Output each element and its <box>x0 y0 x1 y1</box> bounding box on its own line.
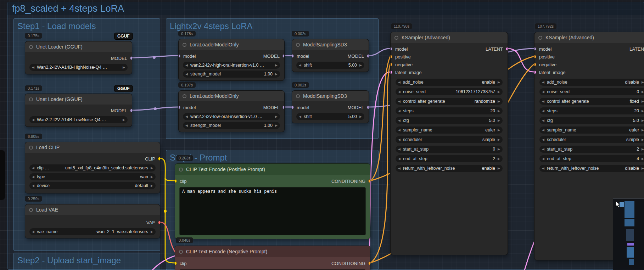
prev-arrow-icon[interactable]: ◀ <box>398 138 401 141</box>
model-output-slot[interactable] <box>282 106 285 109</box>
prev-arrow-icon[interactable]: ◀ <box>32 230 34 234</box>
latent-image-input-slot[interactable] <box>534 71 536 74</box>
next-arrow-icon[interactable]: ▶ <box>642 167 644 170</box>
prev-arrow-icon[interactable]: ◀ <box>398 109 401 113</box>
model-input-slot[interactable] <box>292 106 294 109</box>
prev-arrow-icon[interactable]: ◀ <box>542 80 544 84</box>
prev-arrow-icon[interactable]: ◀ <box>542 138 544 141</box>
next-arrow-icon[interactable]: ▶ <box>275 72 278 76</box>
node-header[interactable]: CLIP Text Encode (Positive Prompt) <box>175 164 370 175</box>
prev-arrow-icon[interactable]: ◀ <box>398 100 401 103</box>
shift-widget[interactable]: ◀ shift 5.00 ▶ <box>296 113 364 120</box>
strength-model-widget[interactable]: ◀ strength_model 1.00 ▶ <box>183 71 280 78</box>
collapse-dot-icon[interactable] <box>183 94 186 98</box>
node-header[interactable]: CLIP Text Encode (Negative Prompt) <box>175 246 370 257</box>
steps-widget[interactable]: ◀steps20▶ <box>539 107 644 114</box>
next-arrow-icon[interactable]: ▶ <box>642 128 644 132</box>
minimap[interactable] <box>613 198 644 270</box>
prev-arrow-icon[interactable]: ◀ <box>542 119 544 122</box>
next-arrow-icon[interactable]: ▶ <box>275 124 278 127</box>
model-input-slot[interactable] <box>178 106 180 109</box>
node-header[interactable]: KSampler (Advanced) <box>534 32 644 43</box>
prev-arrow-icon[interactable]: ◀ <box>299 63 301 67</box>
node-clip-text-encode-negative[interactable]: CLIP Text Encode (Negative Prompt) clip … <box>175 246 370 270</box>
prev-arrow-icon[interactable]: ◀ <box>542 147 544 151</box>
control-after-generate-widget[interactable]: ◀control after generatefixed▶ <box>539 98 644 105</box>
collapse-dot-icon[interactable] <box>29 208 33 212</box>
next-arrow-icon[interactable]: ▶ <box>642 147 644 151</box>
clip-input-slot[interactable] <box>175 261 177 265</box>
model-output-slot[interactable] <box>130 56 132 60</box>
prev-arrow-icon[interactable]: ◀ <box>32 184 34 187</box>
next-arrow-icon[interactable]: ▶ <box>498 157 500 161</box>
add-noise-widget[interactable]: ◀add_noisedisable▶ <box>539 79 644 86</box>
prev-arrow-icon[interactable]: ◀ <box>299 115 301 118</box>
prev-arrow-icon[interactable]: ◀ <box>185 63 188 67</box>
node-header[interactable]: Unet Loader (GGUF) <box>25 94 132 105</box>
prev-arrow-icon[interactable]: ◀ <box>398 128 401 132</box>
node-header[interactable]: Unet Loader (GGUF) <box>25 41 132 52</box>
noise-seed-widget[interactable]: ◀noise_seed0▶ <box>539 88 644 95</box>
prev-arrow-icon[interactable]: ◀ <box>185 115 188 118</box>
prev-arrow-icon[interactable]: ◀ <box>32 175 34 179</box>
node-model-sampling-high[interactable]: ModelSamplingSD3 model MODEL ◀ shift 5.0… <box>292 39 369 72</box>
node-load-clip[interactable]: Load CLIP CLIP ◀ clip … umt5_xxl_fp8_e4m… <box>25 142 160 193</box>
node-load-vae[interactable]: Load VAE VAE ◀ vae_name wan_2_1_vae.safe… <box>25 204 160 238</box>
next-arrow-icon[interactable]: ▶ <box>151 230 153 234</box>
model-output-slot[interactable] <box>367 106 369 109</box>
model-output-slot[interactable] <box>367 54 369 58</box>
next-arrow-icon[interactable]: ▶ <box>359 63 362 67</box>
start-at-step-widget[interactable]: ◀start_at_step2▶ <box>539 146 644 153</box>
model-input-slot[interactable] <box>178 54 180 58</box>
negative-input-slot[interactable] <box>534 63 536 66</box>
prev-arrow-icon[interactable]: ◀ <box>398 80 401 84</box>
next-arrow-icon[interactable]: ▶ <box>498 80 500 84</box>
collapse-dot-icon[interactable] <box>29 97 33 101</box>
next-arrow-icon[interactable]: ▶ <box>642 80 644 84</box>
node-header[interactable]: ModelSamplingSD3 <box>292 39 369 50</box>
model-input-slot[interactable] <box>534 47 536 51</box>
clip-name-widget[interactable]: ◀ clip … umt5_xxl_fp8_e4m3fn_scaled.safe… <box>29 164 156 171</box>
prev-arrow-icon[interactable]: ◀ <box>398 167 401 170</box>
prev-arrow-icon[interactable]: ◀ <box>398 90 401 94</box>
start-at-step-widget[interactable]: ◀start_at_step0▶ <box>396 146 503 153</box>
next-arrow-icon[interactable]: ▶ <box>275 63 278 67</box>
next-arrow-icon[interactable]: ▶ <box>359 115 362 118</box>
collapse-dot-icon[interactable] <box>29 45 33 49</box>
conditioning-output-slot[interactable] <box>368 179 370 183</box>
unet-name-widget[interactable]: ◀ Wan2.2-I2V-A14B-HighNoise-Q4 … ▶ <box>29 64 128 71</box>
end-at-step-widget[interactable]: ◀end_at_step2▶ <box>396 155 503 162</box>
prev-arrow-icon[interactable]: ◀ <box>32 166 34 170</box>
next-arrow-icon[interactable]: ▶ <box>275 115 278 118</box>
next-arrow-icon[interactable]: ▶ <box>151 184 153 187</box>
lora-name-widget[interactable]: ◀ wan2.2-i2v-low-oral-insertion-v1.0 … ▶ <box>183 113 280 120</box>
prev-arrow-icon[interactable]: ◀ <box>398 119 401 122</box>
scheduler-widget[interactable]: ◀schedulersimple▶ <box>396 136 503 143</box>
next-arrow-icon[interactable]: ▶ <box>151 166 153 170</box>
next-arrow-icon[interactable]: ▶ <box>642 109 644 113</box>
next-arrow-icon[interactable]: ▶ <box>498 167 500 170</box>
device-widget[interactable]: ◀ device default ▶ <box>29 182 156 189</box>
negative-input-slot[interactable] <box>390 63 392 66</box>
end-at-step-widget[interactable]: ◀end_at_step4▶ <box>539 155 644 162</box>
next-arrow-icon[interactable]: ▶ <box>642 138 644 141</box>
next-arrow-icon[interactable]: ▶ <box>151 175 153 179</box>
next-arrow-icon[interactable]: ▶ <box>498 147 500 151</box>
cfg-widget[interactable]: ◀cfg5.0▶ <box>396 117 503 124</box>
shift-widget[interactable]: ◀ shift 5.00 ▶ <box>296 62 364 69</box>
positive-prompt-textarea[interactable]: A man appears and she sucks his penis <box>179 187 366 235</box>
next-arrow-icon[interactable]: ▶ <box>498 109 500 113</box>
next-arrow-icon[interactable]: ▶ <box>123 118 125 122</box>
node-ksampler-advanced-1[interactable]: KSampler (Advanced) model LATENT positiv… <box>390 32 508 255</box>
node-header[interactable]: ModelSamplingSD3 <box>292 91 369 101</box>
prev-arrow-icon[interactable]: ◀ <box>185 72 188 76</box>
next-arrow-icon[interactable]: ▶ <box>642 157 644 161</box>
model-input-slot[interactable] <box>390 47 392 51</box>
latent-image-input-slot[interactable] <box>390 71 392 74</box>
node-header[interactable]: Load VAE <box>25 204 160 215</box>
node-header[interactable]: LoraLoaderModelOnly <box>179 91 284 101</box>
next-arrow-icon[interactable]: ▶ <box>123 66 125 69</box>
prev-arrow-icon[interactable]: ◀ <box>185 124 188 127</box>
strength-model-widget[interactable]: ◀ strength_model 1.00 ▶ <box>183 122 280 129</box>
add-noise-widget[interactable]: ◀add_noiseenable▶ <box>396 79 503 86</box>
